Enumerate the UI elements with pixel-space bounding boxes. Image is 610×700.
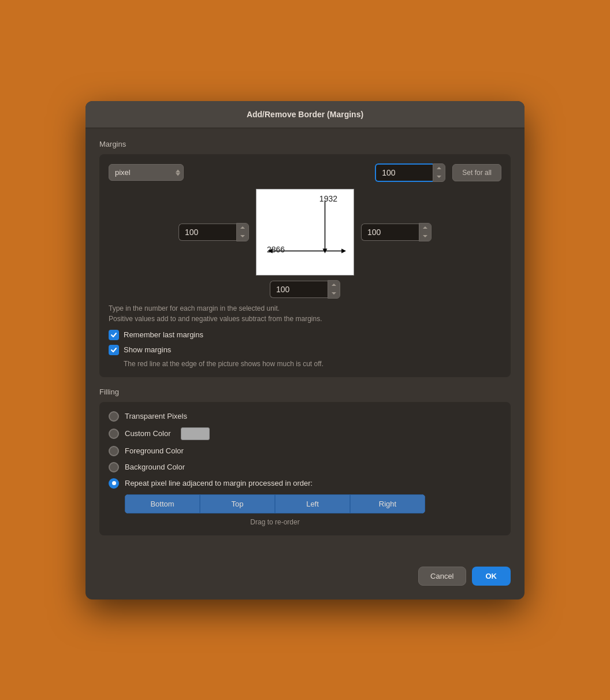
- order-btn-right[interactable]: Right: [350, 494, 425, 513]
- dialog-footer: Cancel OK: [85, 557, 525, 586]
- diagram-top-value: 1932: [319, 194, 337, 203]
- right-input-wrapper: [361, 223, 432, 241]
- bottom-increment[interactable]: [328, 281, 340, 289]
- top-input[interactable]: [375, 163, 433, 182]
- repeat-radio[interactable]: [109, 478, 119, 489]
- foreground-radio-row[interactable]: Foreground Color: [109, 446, 501, 456]
- repeat-radio-row[interactable]: Repeat pixel line adjacend to margin pro…: [109, 478, 501, 489]
- transparent-radio-row[interactable]: Transparent Pixels: [109, 411, 501, 422]
- background-label: Background Color: [125, 463, 185, 471]
- svg-marker-4: [341, 248, 346, 253]
- remember-checkbox[interactable]: [109, 330, 119, 340]
- custom-color-label: Custom Color: [125, 429, 170, 438]
- order-buttons-container: Bottom Top Left Right Drag to re-order: [125, 494, 501, 526]
- top-increment[interactable]: [433, 164, 445, 173]
- bottom-input[interactable]: [270, 281, 328, 298]
- remember-checkbox-row[interactable]: Remember last margins: [109, 330, 501, 340]
- right-stepper[interactable]: [419, 223, 432, 241]
- order-buttons-row: Bottom Top Left Right: [125, 494, 425, 513]
- dialog: Add/Remove Border (Margins) Margins pixe…: [85, 101, 525, 600]
- bottom-stepper[interactable]: [328, 280, 340, 299]
- hint-text: Type in the number for each margin in th…: [109, 303, 501, 324]
- color-swatch[interactable]: [181, 427, 210, 440]
- unit-select-wrapper[interactable]: pixel percent cm inch: [109, 164, 184, 181]
- left-input-wrapper: [178, 223, 249, 241]
- top-input-wrapper: [375, 163, 445, 182]
- dialog-title: Add/Remove Border (Margins): [247, 110, 363, 119]
- right-input[interactable]: [361, 224, 419, 241]
- cancel-button[interactable]: Cancel: [418, 567, 466, 586]
- drag-hint: Drag to re-order: [125, 518, 425, 526]
- margins-section: pixel percent cm inch: [99, 154, 511, 377]
- order-btn-top[interactable]: Top: [200, 494, 275, 513]
- background-radio-row[interactable]: Background Color: [109, 462, 501, 472]
- hint-line1: Type in the number for each margin in th…: [109, 303, 501, 314]
- custom-color-radio-row[interactable]: Custom Color: [109, 427, 501, 440]
- right-decrement[interactable]: [419, 232, 431, 241]
- bottom-input-wrapper: [270, 280, 340, 299]
- unit-select[interactable]: pixel percent cm inch: [109, 164, 184, 181]
- ok-button[interactable]: OK: [472, 567, 511, 586]
- margin-diagram: 1932 2866: [256, 189, 354, 275]
- left-stepper[interactable]: [236, 223, 249, 241]
- left-increment[interactable]: [237, 224, 248, 232]
- repeat-label: Repeat pixel line adjacend to margin pro…: [125, 479, 313, 487]
- top-stepper[interactable]: [433, 163, 445, 182]
- filling-section: Transparent Pixels Custom Color Foregrou…: [99, 402, 511, 535]
- bottom-decrement[interactable]: [328, 289, 340, 298]
- titlebar: Add/Remove Border (Margins): [85, 101, 525, 128]
- top-decrement[interactable]: [433, 173, 445, 181]
- custom-color-radio[interactable]: [109, 429, 119, 439]
- background-radio[interactable]: [109, 462, 119, 472]
- left-input[interactable]: [178, 224, 236, 241]
- foreground-radio[interactable]: [109, 446, 119, 456]
- filling-label: Filling: [99, 388, 511, 396]
- show-margins-label: Show margins: [124, 345, 171, 354]
- foreground-label: Foreground Color: [125, 446, 184, 455]
- order-btn-left[interactable]: Left: [275, 494, 350, 513]
- margins-label: Margins: [99, 140, 511, 148]
- diagram-width-value: 2866: [267, 245, 285, 254]
- transparent-radio[interactable]: [109, 411, 119, 422]
- show-margins-checkbox[interactable]: [109, 345, 119, 355]
- right-increment[interactable]: [419, 224, 431, 232]
- show-margins-checkbox-row[interactable]: Show margins: [109, 345, 501, 355]
- left-decrement[interactable]: [237, 232, 248, 241]
- hint-line2: Positive values add to and negative valu…: [109, 314, 501, 324]
- transparent-label: Transparent Pixels: [125, 412, 187, 420]
- order-btn-bottom[interactable]: Bottom: [125, 494, 200, 513]
- set-for-all-button[interactable]: Set for all: [452, 164, 501, 181]
- show-margins-hint: The red line at the edge of the picture …: [124, 360, 501, 368]
- remember-label: Remember last margins: [124, 330, 203, 339]
